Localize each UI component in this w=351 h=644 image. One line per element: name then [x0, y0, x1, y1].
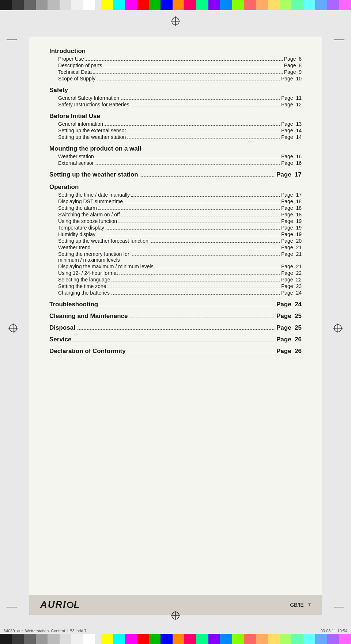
entry-page: Page 13	[281, 121, 302, 127]
dots	[95, 164, 280, 165]
entry-label: Setting the memory function forminimum /…	[58, 251, 129, 263]
section-header-operation: Operation	[49, 183, 302, 191]
dots	[127, 139, 280, 139]
section-setting-up-weather: Setting up the weather station Page 17	[49, 171, 302, 178]
entry-label: Using 12- / 24-hour format	[58, 270, 118, 276]
toc-entry-snooze: Using the snooze function Page 19	[49, 218, 302, 224]
toc-entry-forecast: Setting up the weather forecast function…	[49, 238, 302, 244]
entry-page: Page 12	[281, 102, 302, 107]
entry-page: Page 14	[281, 128, 302, 133]
section-disposal: Disposal Page 25	[49, 324, 302, 332]
toc-entry-proper-use: Proper Use Page 8	[49, 56, 302, 62]
entry-label: Scope of Supply	[58, 76, 95, 82]
entry-label: Setting the time zone	[58, 283, 106, 289]
entry-label-bold: Disposal	[49, 324, 75, 332]
entry-label: Weather station	[58, 154, 94, 159]
dots	[97, 80, 280, 80]
toc-entry-weather-station-mount: Weather station Page 16	[49, 154, 302, 159]
toc-entry-cleaning: Cleaning and Maintenance Page 25	[49, 312, 302, 320]
dots	[121, 99, 280, 100]
dots	[127, 353, 275, 353]
entry-label: Setting the time / date manually	[58, 192, 130, 198]
dots	[106, 229, 280, 230]
dots	[131, 106, 280, 106]
entry-label-bold: Setting up the weather station	[49, 171, 138, 178]
entry-label: Proper Use	[58, 56, 84, 62]
toc-entry-troubleshooting: Troubleshooting Page 24	[49, 301, 302, 308]
toc-entry-external-sensor: Setting up the external sensor Page 14	[49, 128, 302, 133]
dots	[92, 249, 279, 249]
dots	[118, 223, 280, 223]
footer-info: 64089_aur_Wetterstation_Content_LB3.indd…	[0, 629, 351, 633]
page-number: 7	[308, 602, 311, 608]
trim-mark-left-top	[7, 39, 17, 40]
entry-page: Page 22	[281, 270, 302, 276]
entry-page: Page 19	[281, 231, 302, 237]
entry-page: Page 23	[281, 283, 302, 289]
entry-label: Switching the alarm on / off	[58, 212, 120, 217]
entry-page: Page 10	[281, 76, 302, 82]
entry-page: Page 22	[281, 277, 302, 283]
entry-page: Page 24	[281, 290, 302, 296]
dots	[140, 176, 275, 177]
entry-label: Humidity display	[58, 231, 95, 237]
entry-page-bold: Page 26	[276, 348, 302, 355]
entry-label-bold: Service	[49, 336, 72, 343]
toc-entry-alarm: Setting the alarm Page 18	[49, 205, 302, 211]
color-bar-top	[0, 0, 351, 10]
reg-mark-left	[7, 322, 20, 335]
entry-label: Description of parts	[58, 62, 102, 68]
entry-page: Page 14	[281, 134, 302, 140]
entry-page: Page 21	[281, 251, 302, 257]
toc-entry-setting-weather-top: Setting up the weather station Page 17	[49, 171, 302, 178]
color-bar-bottom	[0, 634, 351, 644]
toc-entry-scope: Scope of Supply Page 10	[49, 76, 302, 82]
dots	[112, 281, 279, 281]
section-declaration: Declaration of Conformity Page 26	[49, 348, 302, 355]
entry-page: Page 8	[284, 56, 302, 62]
dots	[131, 255, 280, 256]
dots	[98, 209, 280, 210]
toc-entry-declaration: Declaration of Conformity Page 26	[49, 348, 302, 355]
section-operation: Operation Setting the time / date manual…	[49, 183, 302, 296]
section-header-before: Before Initial Use	[49, 113, 302, 120]
toc-entry-time-date: Setting the time / date manually Page 17	[49, 192, 302, 198]
entry-label: Technical Data	[58, 69, 92, 75]
toc-entry-display-max-min: Displaying the maximum / minimum levels …	[49, 264, 302, 269]
entry-page-bold: Page 26	[276, 336, 302, 343]
section-troubleshooting: Troubleshooting Page 24	[49, 301, 302, 308]
entry-page-bold: Page 24	[276, 301, 302, 308]
dots	[77, 329, 275, 330]
section-cleaning: Cleaning and Maintenance Page 25	[49, 312, 302, 320]
dots	[129, 318, 275, 318]
section-before-initial-use: Before Initial Use General information P…	[49, 113, 302, 140]
dots	[99, 306, 275, 306]
toc-entry-safety-batteries: Safety Instructions for Batteries Page 1…	[49, 102, 302, 107]
auriol-logo: AURIL	[40, 599, 80, 610]
entry-page: Page 19	[281, 218, 302, 224]
toc-entry-temp: Temperature display Page 19	[49, 225, 302, 231]
toc-entry-hour-format: Using 12- / 24-hour format Page 22	[49, 270, 302, 276]
dots	[111, 294, 280, 295]
entry-label: Setting up the external sensor	[58, 128, 126, 133]
page-content: Introduction Proper Use Page 8 Descripti…	[29, 37, 322, 615]
trim-mark-left-bottom	[7, 607, 17, 607]
toc-entry-general-safety: General Safety Information Page 11	[49, 95, 302, 101]
toc-entry-disposal: Disposal Page 25	[49, 324, 302, 332]
entry-label-bold: Troubleshooting	[49, 301, 98, 308]
entry-label: Selecting the language	[58, 277, 110, 283]
trim-mark-right-bottom	[334, 607, 344, 607]
entry-page: Page 18	[281, 198, 302, 204]
toc-container: Introduction Proper Use Page 8 Descripti…	[49, 48, 302, 604]
file-info: 64089_aur_Wetterstation_Content_LB3.indd…	[4, 629, 87, 633]
entry-page: Page 18	[281, 205, 302, 211]
entry-label: Setting the alarm	[58, 205, 97, 211]
section-safety: Safety General Safety Information Page 1…	[49, 87, 302, 107]
toc-entry-service: Service Page 26	[49, 336, 302, 343]
entry-page: Page 11	[281, 95, 302, 101]
date-info: 03.03.11 10:54	[321, 629, 347, 633]
entry-label: Safety Instructions for Batteries	[58, 102, 129, 107]
toc-entry-humidity: Humidity display Page 19	[49, 231, 302, 237]
entry-page: Page 17	[281, 192, 302, 198]
entry-label: Setting up the weather station	[58, 134, 126, 140]
